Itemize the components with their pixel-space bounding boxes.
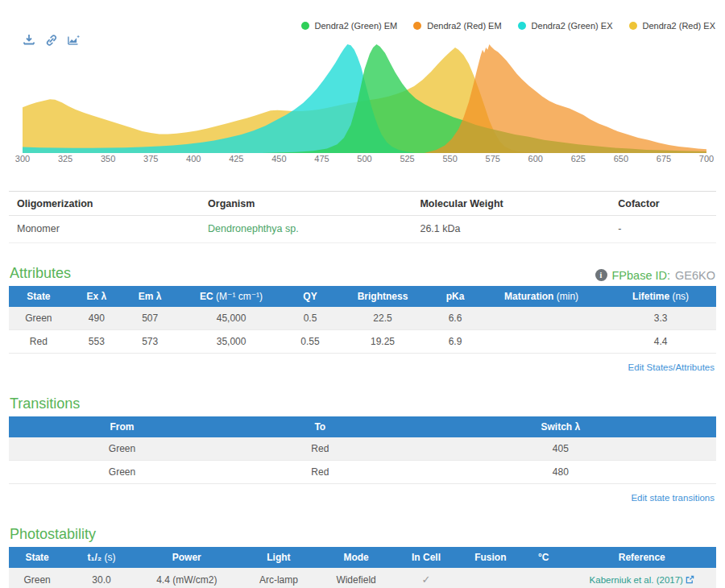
state-cell: Green: [9, 568, 65, 588]
organism-link[interactable]: Dendronephthya sp.: [208, 223, 299, 234]
legend-item-green-em[interactable]: Dendra2 (Green) EM: [301, 21, 398, 31]
x-tick-label: 700: [699, 154, 714, 164]
chart-toolbar: [23, 34, 81, 47]
download-icon[interactable]: [23, 34, 35, 47]
mode-cell: Widefield: [321, 568, 391, 588]
cell: 490: [68, 307, 125, 330]
info-icon[interactable]: i: [595, 269, 607, 281]
x-tick-label: 375: [143, 154, 158, 164]
column-header: Maturation (min): [478, 286, 605, 307]
cell: Red: [235, 461, 405, 484]
organism-header: Organism: [200, 192, 412, 215]
x-tick-label: 400: [186, 154, 201, 164]
x-tick-label: 575: [486, 154, 500, 164]
fpbase-id: i FPbase ID: GE6KO: [595, 269, 716, 282]
edit-states-attributes-link[interactable]: Edit States/Attributes: [628, 362, 715, 372]
protein-summary-table: Oligomerization Organism Molecular Weigh…: [9, 191, 716, 243]
cell: 573: [125, 330, 175, 354]
external-link-icon[interactable]: [686, 575, 694, 584]
column-header: Em λ: [125, 286, 175, 307]
cofactor-header: Cofactor: [610, 192, 716, 215]
column-header: Switch λ: [405, 416, 716, 437]
attributes-table: StateEx λEm λEC (M⁻¹ cm⁻¹)QYBrightnesspK…: [9, 286, 716, 354]
cell: 3.3: [605, 307, 716, 330]
transitions-title: Transitions: [10, 395, 80, 412]
x-tick-label: 550: [442, 154, 457, 164]
molecular-weight-value: 26.1 kDa: [412, 216, 610, 242]
column-header: EC (M⁻¹ cm⁻¹): [175, 286, 288, 307]
cell: 4.4: [605, 330, 716, 354]
cell: 19.25: [333, 330, 433, 354]
legend-item-red-em[interactable]: Dendra2 (Red) EM: [413, 21, 501, 31]
link-icon[interactable]: [45, 34, 58, 47]
x-tick-label: 600: [528, 154, 543, 164]
column-header: Lifetime (ns): [605, 286, 716, 307]
column-header: From: [9, 416, 235, 437]
x-tick-label: 625: [571, 154, 586, 164]
cell: 507: [125, 307, 175, 330]
fusion-cell: [462, 568, 520, 588]
molecular-weight-header: Molecular Weight: [412, 192, 610, 215]
attributes-title: Attributes: [10, 265, 71, 282]
edit-state-transitions-link[interactable]: Edit state transitions: [631, 493, 715, 503]
cell: 6.9: [433, 330, 478, 354]
table-row: Green49050745,0000.522.56.63.3: [9, 307, 716, 330]
x-axis-tick-labels: 3003253503754004254504755005255505756006…: [0, 154, 725, 167]
x-tick-label: 350: [101, 154, 115, 164]
x-tick-label: 425: [229, 154, 243, 164]
cell: Green: [9, 437, 235, 461]
column-header: Reference: [568, 547, 716, 568]
column-header: t₁/₂ (s): [65, 547, 138, 568]
checkmark-icon: ✓: [422, 574, 431, 586]
table-row: GreenRed480: [9, 461, 716, 484]
cell: Red: [235, 437, 405, 461]
cell: [478, 330, 605, 354]
legend-dot-icon: [413, 22, 421, 30]
legend-label: Dendra2 (Red) EM: [427, 21, 501, 31]
column-header: Brightness: [333, 286, 433, 307]
legend-dot-icon: [301, 22, 309, 30]
legend-label: Dendra2 (Green) EM: [315, 21, 398, 31]
x-tick-label: 475: [314, 154, 329, 164]
fpbase-id-label: FPbase ID:: [612, 269, 671, 282]
cell: 405: [405, 437, 716, 461]
column-header: Ex λ: [68, 286, 125, 307]
table-row: Red55357335,0000.5519.256.94.4: [9, 330, 716, 354]
table-row: GreenRed405: [9, 437, 716, 461]
column-header: To: [235, 416, 405, 437]
column-header: State: [9, 547, 65, 568]
column-header: QY: [288, 286, 333, 307]
reference-link[interactable]: Kaberniuk et al. (2017): [590, 575, 683, 585]
temperature-cell: [520, 568, 568, 588]
transitions-section-header: Transitions: [10, 395, 715, 412]
cell: 6.6: [433, 307, 478, 330]
cell: 553: [68, 330, 125, 354]
column-header: pKa: [433, 286, 478, 307]
photostability-title: Photostability: [10, 526, 96, 543]
light-cell: Arc-lamp: [236, 568, 321, 588]
legend-item-red-ex[interactable]: Dendra2 (Red) EX: [629, 21, 716, 31]
x-tick-label: 525: [400, 154, 414, 164]
cell: 0.55: [288, 330, 333, 354]
half-life-cell: 30.0: [65, 568, 138, 588]
chart-add-icon[interactable]: [68, 34, 81, 47]
x-tick-label: 300: [15, 154, 30, 164]
legend-label: Dendra2 (Red) EX: [643, 21, 716, 31]
photostability-section-header: Photostability: [10, 526, 715, 543]
oligomerization-header: Oligomerization: [9, 192, 200, 215]
transitions-header-row: FromToSwitch λ: [9, 416, 716, 437]
x-tick-label: 325: [58, 154, 72, 164]
attributes-section-header: Attributes i FPbase ID: GE6KO: [10, 265, 715, 282]
cell: 22.5: [333, 307, 433, 330]
attributes-header-row: StateEx λEm λEC (M⁻¹ cm⁻¹)QYBrightnesspK…: [9, 286, 716, 307]
reference-cell: Kaberniuk et al. (2017): [568, 568, 716, 588]
cell: 480: [405, 461, 716, 484]
in-cell-cell: ✓: [391, 568, 462, 588]
legend-item-green-ex[interactable]: Dendra2 (Green) EX: [518, 21, 613, 31]
legend-dot-icon: [518, 22, 526, 30]
photostability-table: Statet₁/₂ (s)PowerLightModeIn CellFusion…: [9, 547, 716, 588]
photostability-header-row: Statet₁/₂ (s)PowerLightModeIn CellFusion…: [9, 547, 716, 568]
column-header: State: [9, 286, 68, 307]
transitions-table: FromToSwitch λ GreenRed405GreenRed480: [9, 416, 716, 484]
legend-label: Dendra2 (Green) EX: [532, 21, 613, 31]
